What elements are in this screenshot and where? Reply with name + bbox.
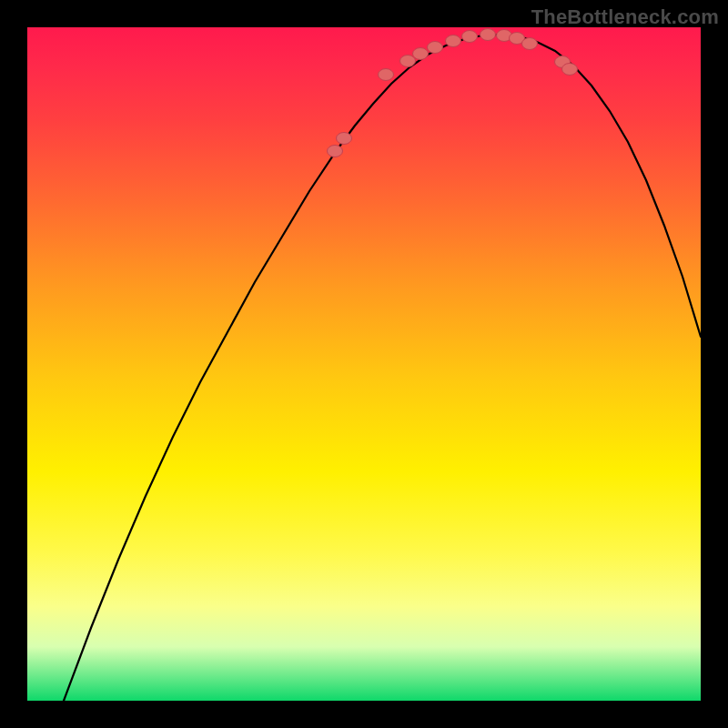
bottleneck-curve (64, 35, 701, 701)
marker-point (480, 29, 496, 41)
marker-point (400, 56, 416, 67)
marker-point (446, 35, 461, 47)
marker-point (428, 42, 443, 54)
chart-svg (27, 27, 701, 701)
marker-point (337, 133, 352, 145)
marker-point (379, 69, 394, 81)
plot-area (27, 27, 701, 701)
marker-point (462, 31, 478, 43)
marker-point (562, 64, 578, 76)
chart-frame: TheBottleneck.com (0, 0, 728, 728)
highlight-markers (328, 29, 578, 157)
marker-point (522, 38, 538, 50)
marker-point (328, 146, 343, 157)
marker-point (413, 48, 429, 60)
watermark-label: TheBottleneck.com (531, 5, 719, 29)
